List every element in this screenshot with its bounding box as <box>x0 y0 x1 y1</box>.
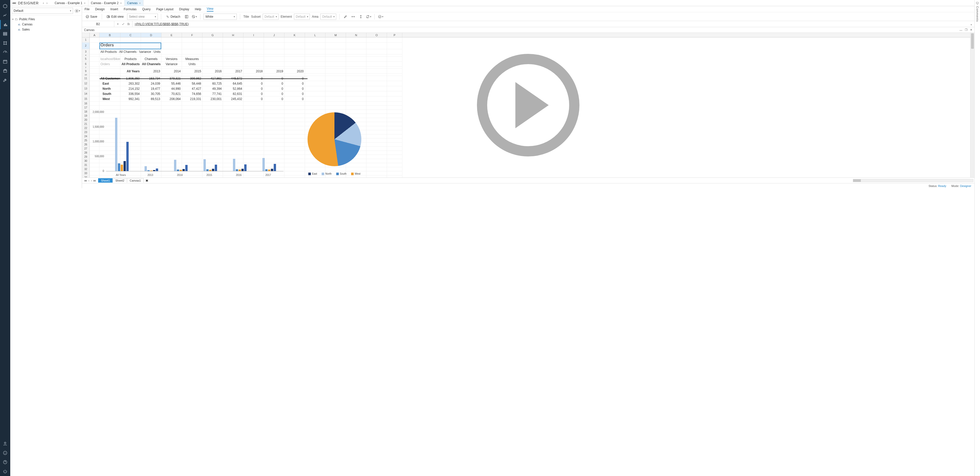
data-cell[interactable]: 64,645 <box>223 81 243 86</box>
fit-width-icon[interactable] <box>350 14 356 19</box>
data-cell[interactable]: 89,513 <box>141 96 161 102</box>
rail-info-icon[interactable] <box>0 448 10 458</box>
data-cell[interactable]: 24,039 <box>141 81 161 86</box>
cell-reference[interactable]: B2 <box>82 21 114 27</box>
freeze-icon[interactable] <box>184 14 189 19</box>
col-header[interactable]: H <box>223 33 243 37</box>
data-cell[interactable]: 214,152 <box>121 86 141 91</box>
cancel-formula-icon[interactable]: × <box>117 22 119 26</box>
data-cell[interactable]: 19,477 <box>141 86 161 91</box>
data-cell[interactable]: 0 <box>285 96 305 102</box>
menu-page-layout[interactable]: Page Layout <box>156 8 173 11</box>
element-select[interactable]: Default▾ <box>294 14 310 20</box>
year-header[interactable]: 2014 <box>161 69 182 74</box>
data-cell[interactable]: 992,341 <box>121 96 141 102</box>
rail-help-icon[interactable] <box>0 458 10 467</box>
data-cell[interactable]: 49,394 <box>202 86 223 91</box>
dim-header[interactable]: Channels <box>141 56 161 62</box>
data-cell[interactable]: 0 <box>243 91 264 96</box>
col-header[interactable]: J <box>264 33 285 37</box>
save-button[interactable]: Save <box>84 14 99 20</box>
dim-sel[interactable]: All Products <box>121 62 141 67</box>
fit-height-icon[interactable] <box>358 14 364 19</box>
sheet-tab[interactable]: Canvas1 <box>127 178 143 183</box>
tree-item[interactable]: Canvas <box>10 22 82 27</box>
data-cell[interactable]: 336,554 <box>121 91 141 96</box>
filter-icon[interactable]: ▾ <box>191 14 197 19</box>
gear-icon[interactable]: ▾ <box>75 8 80 14</box>
tree-folder[interactable]: ▾🗀Public Files <box>10 17 82 22</box>
sheet-tab[interactable]: Sheet2 <box>113 178 127 183</box>
sheet-next-icon[interactable]: › <box>91 179 92 182</box>
sheet-add-icon[interactable]: ▣ <box>143 178 150 183</box>
rail-package-icon[interactable] <box>0 66 10 75</box>
fx-icon[interactable]: fx <box>127 22 130 26</box>
rail-wrench-icon[interactable] <box>0 75 10 85</box>
data-cell[interactable]: 52,864 <box>223 86 243 91</box>
col-header[interactable]: B <box>99 33 121 37</box>
rail-schedule-icon[interactable] <box>0 57 10 66</box>
sheet-prev-icon[interactable]: ‹ <box>88 179 89 182</box>
data-row-label[interactable]: West <box>99 96 121 102</box>
sheet-first-icon[interactable]: ⏮ <box>84 179 87 182</box>
confirm-icon[interactable]: ▾ <box>378 14 383 19</box>
data-cell[interactable]: 77,741 <box>202 91 223 96</box>
formula-input[interactable]: =PALO.VIEW.TITLE($B$5,$B$6,TRUE) <box>132 22 968 26</box>
dim-header[interactable]: localhost/Biker <box>99 56 121 62</box>
col-header[interactable]: G <box>202 33 223 37</box>
data-cell[interactable]: 230,001 <box>202 96 223 102</box>
expand-formula-icon[interactable]: ⌄ <box>968 22 974 26</box>
data-row-label[interactable]: South <box>99 91 121 96</box>
tree-item[interactable]: Sales <box>10 27 82 32</box>
data-cell[interactable]: 0 <box>243 96 264 102</box>
view-title[interactable]: Orders <box>99 43 121 49</box>
year-header[interactable]: 2020 <box>285 69 305 74</box>
data-cell[interactable]: 55,446 <box>161 81 182 86</box>
menu-help[interactable]: Help <box>195 8 201 11</box>
data-cell[interactable]: 0 <box>264 86 285 91</box>
refresh-icon[interactable]: ▾ <box>366 14 371 19</box>
year-header[interactable]: All Years <box>121 69 141 74</box>
data-cell[interactable]: 0 <box>264 91 285 96</box>
col-header[interactable]: A <box>90 33 99 37</box>
rail-power-icon[interactable] <box>0 467 10 476</box>
comments-rail[interactable]: 🗨 Comments <box>974 0 980 476</box>
data-row-label[interactable]: North <box>99 86 121 91</box>
select-view-dropdown[interactable]: Select view▾ <box>127 14 158 20</box>
col-header[interactable]: N <box>346 33 366 37</box>
col-header[interactable]: E <box>161 33 182 37</box>
detach-button[interactable]: Detach <box>164 14 182 20</box>
data-cell[interactable]: 47,427 <box>182 86 202 91</box>
menu-file[interactable]: File <box>84 8 89 11</box>
data-cell[interactable]: 0 <box>285 86 305 91</box>
dim-sel[interactable]: Units <box>182 62 202 67</box>
rail-logo-icon[interactable] <box>0 2 10 11</box>
menu-formulas[interactable]: Formulas <box>124 8 137 11</box>
dim-header[interactable]: Versions <box>161 56 182 62</box>
data-cell[interactable]: 0 <box>264 81 285 86</box>
rail-database-icon[interactable] <box>0 29 10 38</box>
col-header[interactable]: I <box>243 33 264 37</box>
data-cell[interactable]: 245,432 <box>223 96 243 102</box>
year-header[interactable]: 2017 <box>223 69 243 74</box>
restore-icon[interactable]: ❐ <box>965 28 967 32</box>
menu-view[interactable]: View <box>207 7 213 11</box>
rail-analytics-icon[interactable] <box>0 11 10 20</box>
menu-insert[interactable]: Insert <box>110 8 118 11</box>
year-header[interactable]: 2016 <box>202 69 223 74</box>
data-row-label[interactable]: East <box>99 81 121 86</box>
rail-settings-icon[interactable] <box>0 38 10 48</box>
data-cell[interactable]: 60,725 <box>202 81 223 86</box>
close-icon[interactable]: × <box>84 2 85 5</box>
close-icon[interactable]: × <box>139 2 141 5</box>
rail-reports-icon[interactable] <box>0 20 10 29</box>
color-select[interactable]: White▾ <box>204 14 237 20</box>
close-panel-icon[interactable]: ✕ <box>970 28 972 32</box>
data-cell[interactable]: 30,705 <box>141 91 161 96</box>
rail-user-icon[interactable] <box>0 439 10 448</box>
rail-gauge-icon[interactable] <box>0 48 10 57</box>
set-select[interactable]: Default▾ <box>12 8 73 14</box>
horizontal-scrollbar[interactable] <box>150 179 974 182</box>
col-header[interactable]: D <box>141 33 161 37</box>
col-header[interactable]: O <box>366 33 387 37</box>
